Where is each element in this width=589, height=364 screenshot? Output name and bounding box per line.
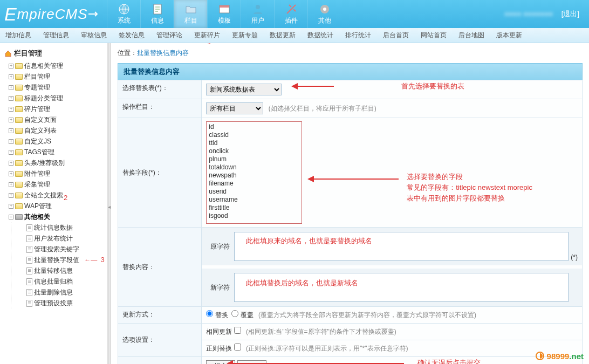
tree-node[interactable]: +WAP管理 [9,201,107,211]
tree-node[interactable]: +栏目管理 [9,71,107,82]
sidebar-title: 栏目管理 [0,46,107,60]
annotation-1: 1 [207,43,211,46]
field-option[interactable]: classid [208,131,300,139]
tree-node[interactable]: +自定义页面 [9,114,107,125]
form-table: 选择替换表(*)： 新闻系统数据表 首先选择要替换的表 操作栏目： 所有栏目 (… [118,80,583,364]
subnav-site[interactable]: 网站首页 [421,31,447,40]
nav-plugin[interactable]: 插件 [274,0,307,28]
field-option[interactable]: userid [208,188,300,196]
tree-node[interactable]: +标题分类管理 [9,93,107,104]
arrow-annotation [304,175,401,184]
field-option[interactable]: onclick [208,147,300,155]
breadcrumb: 位置：批量替换信息内容 [118,49,583,58]
regex-hint: (正则替换:原字符可以是用正则表示，用"*"表示任意字符) [246,345,408,352]
nav-info[interactable]: 信息 [140,0,174,28]
field-select[interactable]: idclassidttidonclickplnumtotaldownnewspa… [206,121,302,224]
related-hint: (相同更新:当"字段值=原字符"的条件下才替换或覆盖) [246,328,396,335]
nav-user[interactable]: 用户 [241,0,274,28]
note-new: 此框填替换后的域名，也就是新域名 [246,278,358,288]
breadcrumb-link[interactable]: 批量替换信息内容 [137,49,189,57]
nav-template[interactable]: 模板 [207,0,241,28]
tree-leaf[interactable]: 批量删除信息 [26,287,107,298]
subnav-rank[interactable]: 排行统计 [345,31,371,40]
tree-node[interactable]: +TAGS管理 [9,147,107,157]
subnav-manage[interactable]: 管理信息 [43,31,69,40]
subnav-review[interactable]: 审核信息 [81,31,107,40]
tree-node[interactable]: +自定义列表 [9,125,107,136]
window-icon [218,3,231,16]
tree-leaf[interactable]: 批量替换字段值 ←— 3 [26,255,107,265]
subnav-add[interactable]: 增加信息 [5,31,31,40]
label-select-table: 选择替换表(*)： [118,80,202,99]
radio-cover[interactable]: 覆盖 [231,311,253,319]
reset-button[interactable]: 重置 [237,360,266,364]
label-opts: 选项设置： [118,324,202,357]
subnav-stat[interactable]: 数据统计 [307,31,333,40]
tree-node[interactable]: +附件管理 [9,168,107,179]
field-option[interactable]: ttid [208,139,300,147]
field-option[interactable]: id [208,123,300,131]
tree-node[interactable]: +头条/推荐级别 [9,157,107,168]
checkbox-related[interactable] [234,327,241,334]
gear-icon [318,3,331,16]
main-header: EmpireCMS 系统 信息 栏目 模板 用户 插件 其他 ●●●● ●●●●… [0,0,589,28]
mode-hint: (覆盖方式为将字段全部内容更新为新字符内容，覆盖方式原字符可以不设置) [258,311,476,319]
tree-leaf[interactable]: 管理预设投票 [26,298,107,308]
subnav-topic[interactable]: 更新专题 [232,31,258,40]
select-table[interactable]: 新闻系统数据表 [206,84,282,95]
radio-replace[interactable]: 替换 [206,311,228,319]
annotation-2: 2 [64,194,67,202]
nav-system[interactable]: 系统 [107,0,140,28]
required-marker: (*) [571,253,578,261]
logo: EmpireCMS [0,4,107,25]
label-mode: 更新方式： [118,307,202,324]
label-column: 操作栏目： [118,99,202,118]
logout-link[interactable]: [退出] [561,10,579,18]
tree-node-open[interactable]: −其他相关 [9,211,107,222]
tree-node[interactable]: +碎片管理 [9,104,107,114]
tree-node[interactable]: +采集管理 [9,179,107,190]
subnav-sign[interactable]: 签发信息 [119,31,145,40]
svg-rect-3 [220,5,229,8]
document-icon [151,3,164,16]
nav-column[interactable]: 栏目 [174,0,207,28]
tree-leaf[interactable]: 统计信息数据 [26,222,107,233]
field-option[interactable]: filename [208,180,300,188]
plugin-icon [285,3,298,16]
opt-regex-label: 正则替换 [206,345,232,352]
field-option[interactable]: username [208,196,300,204]
tree-node[interactable]: +自定义JS [9,136,107,147]
label-fields: 替换字段(*)： [118,118,202,228]
content-area: 1 位置：批量替换信息内容 批量替换信息内容 选择替换表(*)： 新闻系统数据表… [111,43,589,364]
label-replace: 替换内容： [118,228,202,307]
watermark-icon [536,352,544,360]
subnav-update[interactable]: 版本更新 [496,31,522,40]
subnav-frag[interactable]: 更新碎片 [194,31,220,40]
select-column[interactable]: 所有栏目 [206,102,263,114]
label-old: 原字符 [206,242,234,251]
subnav-data[interactable]: 数据更新 [270,31,296,40]
svg-point-6 [323,8,326,11]
home-icon [4,50,12,57]
tree-leaf[interactable]: 批量转移信息 [26,265,107,276]
header-user: ●●●● ●●●●●●● [退出] [504,9,589,19]
tree-leaf[interactable]: 信息批量归档 [26,276,107,287]
user-icon [251,3,264,16]
checkbox-regex[interactable] [234,344,241,351]
field-option[interactable]: plnum [208,155,300,163]
field-option[interactable]: firsttitle [208,204,300,212]
tree-leaf[interactable]: 用户发布统计 [26,233,107,244]
field-option[interactable]: newspath [208,171,300,180]
field-option[interactable]: totaldown [208,163,300,171]
subnav-admin[interactable]: 后台首页 [383,31,409,40]
subnav-comment[interactable]: 管理评论 [156,31,182,40]
arrow-annotation [288,83,337,92]
tree-node[interactable]: +专题管理 [9,82,107,93]
tree-leaf[interactable]: 管理搜索关键字 [26,244,107,255]
subnav-map[interactable]: 后台地图 [458,31,484,40]
tree-node[interactable]: +信息相关管理 [9,60,107,71]
nav-other[interactable]: 其他 [307,0,341,28]
field-option[interactable]: isgood [208,212,300,220]
tree-node[interactable]: +全站全文搜索 [9,190,107,201]
submit-button[interactable]: 提交 [206,360,235,364]
